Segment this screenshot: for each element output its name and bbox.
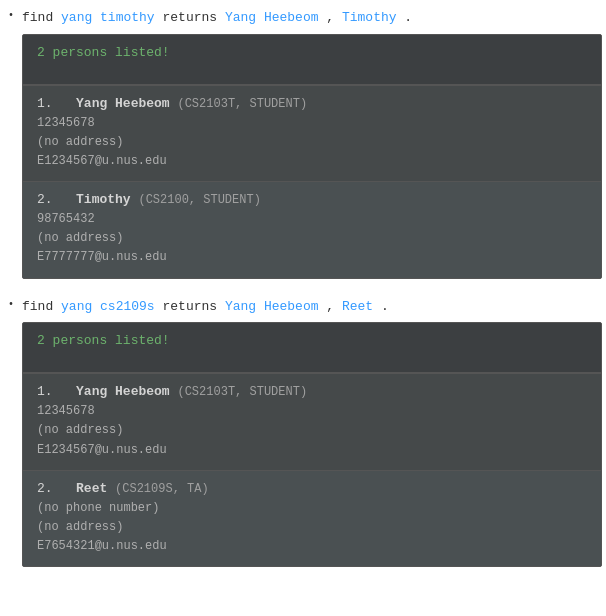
person-meta: (CS2103T, STUDENT) (177, 97, 307, 111)
person-phone: 12345678 (37, 402, 587, 421)
app-window-1: 2 persons listed! 1. Yang Heebeom (CS210… (22, 34, 602, 279)
person-name: Reet (76, 481, 107, 496)
highlight-yang-heebeom1: Yang Heebeom (225, 10, 319, 25)
person-address: (no address) (37, 133, 587, 152)
item-content: find yang timothy returns Yang Heebeom ,… (22, 8, 606, 279)
person-address: (no address) (37, 229, 587, 248)
person-index: 1. (37, 96, 53, 111)
person-name: Yang Heebeom (76, 96, 170, 111)
highlight-yang2: yang (61, 299, 92, 314)
list-item: • find yang cs2109s returns Yang Heebeom… (0, 297, 606, 568)
person-email: E7777777@u.nus.edu (37, 248, 587, 267)
person-email: E7654321@u.nus.edu (37, 537, 587, 556)
person-card-1-2: 2. Timothy (CS2100, STUDENT) 98765432 (n… (23, 181, 601, 278)
highlight-timothy: timothy (100, 10, 155, 25)
person-detail-1-1: 12345678 (no address) E1234567@u.nus.edu (37, 114, 587, 172)
person-phone: 98765432 (37, 210, 587, 229)
person-header-1-1: 1. Yang Heebeom (CS2103T, STUDENT) (37, 96, 587, 111)
result-count-2: 2 persons listed! (37, 333, 170, 348)
bullet-icon: • (8, 299, 14, 310)
highlight-timothy2: Timothy (342, 10, 397, 25)
person-header-2-1: 1. Yang Heebeom (CS2103T, STUDENT) (37, 384, 587, 399)
person-meta: (CS2103T, STUDENT) (177, 385, 307, 399)
highlight-cs2109s: cs2109s (100, 299, 155, 314)
person-address: (no address) (37, 421, 587, 440)
person-meta: (CS2100, STUDENT) (138, 193, 260, 207)
person-phone: (no phone number) (37, 499, 587, 518)
highlight-reet: Reet (342, 299, 373, 314)
person-card-2-2: 2. Reet (CS2109S, TA) (no phone number) … (23, 470, 601, 567)
highlight-yang-heebeom2: Yang Heebeom (225, 299, 319, 314)
person-name: Yang Heebeom (76, 384, 170, 399)
person-index: 2. (37, 481, 53, 496)
person-name: Timothy (76, 192, 131, 207)
person-card-1-1: 1. Yang Heebeom (CS2103T, STUDENT) 12345… (23, 85, 601, 182)
command-text: find yang timothy returns Yang Heebeom ,… (22, 8, 606, 28)
page-container: • find yang timothy returns Yang Heebeom… (0, 8, 606, 567)
person-header-2-2: 2. Reet (CS2109S, TA) (37, 481, 587, 496)
person-email: E1234567@u.nus.edu (37, 441, 587, 460)
command-text: find yang cs2109s returns Yang Heebeom ,… (22, 297, 606, 317)
person-address: (no address) (37, 518, 587, 537)
app-window-2: 2 persons listed! 1. Yang Heebeom (CS210… (22, 322, 602, 567)
bullet-icon: • (8, 10, 14, 21)
person-card-2-1: 1. Yang Heebeom (CS2103T, STUDENT) 12345… (23, 373, 601, 470)
person-detail-2-2: (no phone number) (no address) E7654321@… (37, 499, 587, 557)
person-phone: 12345678 (37, 114, 587, 133)
result-count-1: 2 persons listed! (37, 45, 170, 60)
person-email: E1234567@u.nus.edu (37, 152, 587, 171)
result-banner-1: 2 persons listed! (23, 35, 601, 85)
person-index: 1. (37, 384, 53, 399)
person-header-1-2: 2. Timothy (CS2100, STUDENT) (37, 192, 587, 207)
highlight-yang1: yang (61, 10, 92, 25)
list-item: • find yang timothy returns Yang Heebeom… (0, 8, 606, 279)
item-content: find yang cs2109s returns Yang Heebeom ,… (22, 297, 606, 568)
result-banner-2: 2 persons listed! (23, 323, 601, 373)
person-detail-2-1: 12345678 (no address) E1234567@u.nus.edu (37, 402, 587, 460)
person-index: 2. (37, 192, 53, 207)
person-meta: (CS2109S, TA) (115, 482, 209, 496)
person-detail-1-2: 98765432 (no address) E7777777@u.nus.edu (37, 210, 587, 268)
